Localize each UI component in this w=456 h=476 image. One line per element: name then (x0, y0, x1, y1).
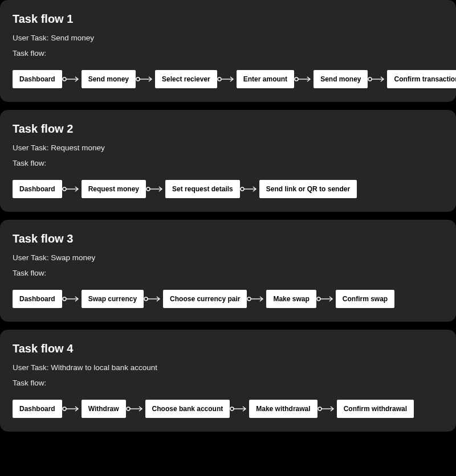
svg-point-16 (63, 297, 66, 301)
user-task-label: User Task: Send money (13, 34, 443, 42)
arrow-icon (294, 76, 314, 83)
svg-point-14 (241, 187, 244, 191)
arrow-icon (62, 186, 82, 192)
svg-point-12 (146, 187, 150, 191)
flow-step: Send money (314, 70, 368, 88)
svg-point-8 (368, 77, 372, 81)
flow-step: Withdraw (82, 400, 126, 418)
task-flow-label: Task flow: (13, 379, 443, 387)
arrow-icon (136, 76, 155, 83)
flow-step: Make swap (266, 290, 316, 308)
user-task-label: User Task: Withdraw to local bank accoun… (13, 363, 443, 372)
svg-point-28 (230, 407, 234, 411)
task-flow-title: Task flow 3 (13, 232, 443, 245)
flow-step: Set request details (165, 180, 240, 198)
arrow-icon (240, 186, 259, 192)
svg-point-26 (127, 407, 130, 411)
task-flow-card: Task flow 1User Task: Send moneyTask flo… (0, 0, 456, 102)
arrow-icon (316, 296, 336, 302)
flow-step: Enter amount (237, 70, 294, 88)
flow-step: Choose bank account (145, 400, 230, 418)
arrow-icon (62, 76, 82, 83)
arrow-icon (126, 405, 145, 412)
arrow-icon (368, 76, 387, 83)
arrow-icon (62, 405, 82, 412)
flow-step: Choose currency pair (163, 290, 247, 308)
flow-step: Send link or QR to sender (259, 180, 357, 198)
svg-point-24 (63, 407, 66, 411)
task-flow-label: Task flow: (13, 269, 443, 277)
flow-step: Request money (82, 180, 146, 198)
task-flow-label: Task flow: (13, 159, 443, 167)
arrow-icon (62, 296, 82, 302)
task-flow-card: Task flow 2User Task: Request moneyTask … (0, 110, 456, 212)
flow-steps-row: Dashboard Swap currency Choose currency … (13, 290, 443, 308)
task-flow-label: Task flow: (13, 49, 443, 58)
task-flow-card: Task flow 3User Task: Swap moneyTask flo… (0, 220, 456, 322)
arrow-icon (230, 405, 249, 412)
svg-point-20 (247, 297, 251, 301)
task-flow-title: Task flow 1 (13, 13, 443, 26)
svg-point-4 (218, 77, 221, 81)
flow-step: Dashboard (13, 180, 62, 198)
svg-point-2 (136, 77, 140, 81)
arrow-icon (146, 186, 165, 192)
flow-steps-row: Dashboard Withdraw Choose bank account M… (13, 400, 443, 418)
arrow-icon (217, 76, 237, 83)
user-task-label: User Task: Request money (13, 143, 443, 152)
user-task-label: User Task: Swap money (13, 253, 443, 262)
svg-point-10 (63, 187, 66, 191)
svg-point-22 (317, 297, 320, 301)
flow-step: Select reciever (155, 70, 217, 88)
flow-step: Confirm swap (336, 290, 394, 308)
flow-step: Dashboard (13, 70, 62, 88)
flow-step: Confirm withdrawal (337, 400, 414, 418)
arrow-icon (247, 296, 266, 302)
flow-step: Send money (82, 70, 136, 88)
flow-steps-row: Dashboard Request money Set request deta… (13, 180, 443, 198)
task-flow-title: Task flow 4 (13, 342, 443, 355)
task-flow-title: Task flow 2 (13, 122, 443, 136)
flow-step: Make withdrawal (249, 400, 317, 418)
arrow-icon (144, 296, 163, 302)
flow-step: Dashboard (13, 400, 62, 418)
svg-point-18 (144, 297, 148, 301)
flow-step: Dashboard (13, 290, 62, 308)
svg-point-30 (318, 407, 321, 411)
arrow-icon (317, 405, 337, 412)
svg-point-0 (63, 77, 66, 81)
flow-steps-row: Dashboard Send money Select reciever Ent… (13, 70, 443, 88)
svg-point-6 (295, 77, 298, 81)
task-flow-card: Task flow 4User Task: Withdraw to local … (0, 330, 456, 432)
flow-step: Confirm transaction (387, 70, 456, 88)
flow-step: Swap currency (82, 290, 144, 308)
